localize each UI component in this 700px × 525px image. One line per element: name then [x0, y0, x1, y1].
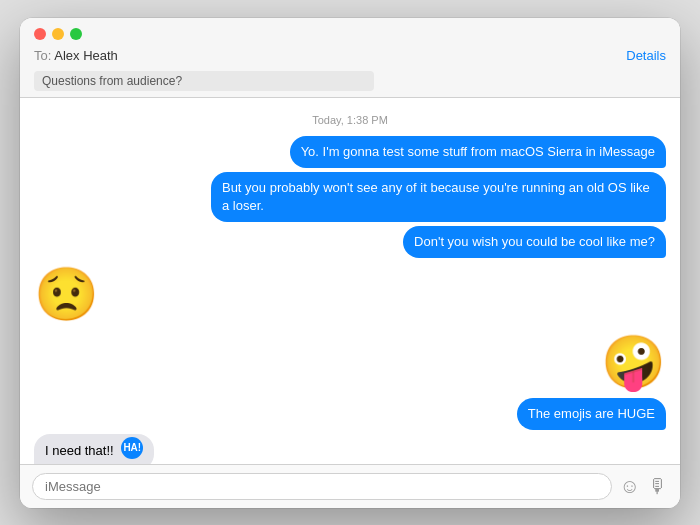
close-button[interactable] — [34, 28, 46, 40]
to-name: Alex Heath — [54, 48, 118, 63]
search-bar-text: Questions from audience? — [42, 74, 182, 88]
to-text: To: — [34, 48, 51, 63]
mic-button[interactable]: 🎙 — [648, 476, 668, 496]
message-row: But you probably won't see any of it bec… — [34, 172, 666, 222]
message-row-ha: I need that!! HA! — [34, 434, 666, 463]
traffic-lights — [34, 28, 666, 40]
message-row: Yo. I'm gonna test some stuff from macOS… — [34, 136, 666, 168]
to-label: To: Alex Heath — [34, 48, 118, 63]
input-bar: ☺ 🎙 — [20, 464, 680, 508]
message-input[interactable] — [32, 473, 612, 500]
emoji-right: 🤪 — [601, 336, 666, 388]
timestamp: Today, 1:38 PM — [34, 114, 666, 126]
bubble-msg6: The emojis are HUGE — [517, 398, 666, 430]
ha-badge: HA! — [121, 437, 143, 459]
messages-area[interactable]: Today, 1:38 PM Yo. I'm gonna test some s… — [20, 98, 680, 464]
details-link[interactable]: Details — [626, 48, 666, 63]
message-row-emoji-left: 😟 — [34, 262, 666, 326]
emoji-button[interactable]: ☺ — [620, 476, 640, 496]
bubble-msg3: Don't you wish you could be cool like me… — [403, 226, 666, 258]
minimize-button[interactable] — [52, 28, 64, 40]
imessage-window: To: Alex Heath Details Questions from au… — [20, 18, 680, 508]
bubble-msg1: Yo. I'm gonna test some stuff from macOS… — [290, 136, 666, 168]
maximize-button[interactable] — [70, 28, 82, 40]
bubble-msg2: But you probably won't see any of it bec… — [211, 172, 666, 222]
title-bar: To: Alex Heath Details Questions from au… — [20, 18, 680, 98]
message-row: The emojis are HUGE — [34, 398, 666, 430]
search-bar-row: Questions from audience? — [34, 71, 666, 97]
emoji-left: 😟 — [34, 268, 99, 320]
message-row: Don't you wish you could be cool like me… — [34, 226, 666, 258]
search-bar[interactable]: Questions from audience? — [34, 71, 374, 91]
bubble-msg7: I need that!! HA! — [34, 434, 154, 463]
message-row-emoji-right: 🤪 — [34, 330, 666, 394]
to-bar: To: Alex Heath Details — [34, 48, 666, 71]
